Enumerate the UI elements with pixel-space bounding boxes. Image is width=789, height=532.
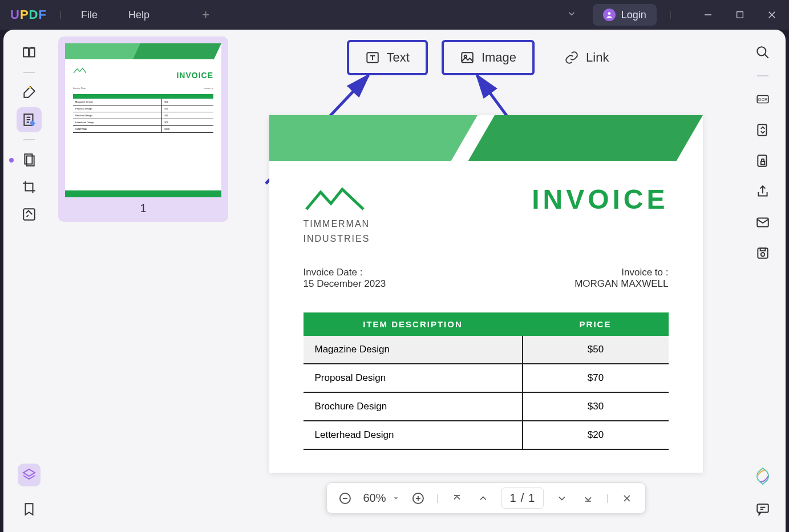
chevron-down-icon [391, 494, 399, 502]
company-name-line2: INDUSTRIES [304, 234, 370, 244]
search-icon [755, 45, 770, 60]
login-button[interactable]: Login [593, 4, 657, 26]
edit-image-button[interactable]: Image [442, 40, 535, 75]
edit-link-label: Link [586, 50, 609, 65]
divider: | [606, 493, 608, 503]
minimize-button[interactable] [701, 10, 715, 20]
thumbnail-panel: INVOICE Invoice DateInvoice to Magazine … [55, 30, 232, 532]
image-icon [460, 50, 475, 65]
save-button[interactable] [750, 241, 775, 266]
edit-tool[interactable] [17, 107, 42, 132]
new-tab-button[interactable]: + [202, 7, 209, 22]
zoom-in-button[interactable] [410, 490, 426, 506]
document-page[interactable]: TIMMERMAN INDUSTRIES INVOICE Invoice Dat… [269, 115, 703, 473]
svg-rect-28 [758, 124, 766, 136]
comment-icon [755, 502, 770, 517]
thumbnail-page-1[interactable]: INVOICE Invoice DateInvoice to Magazine … [58, 36, 228, 222]
edit-text-button[interactable]: Text [347, 40, 428, 75]
company-name-line1: TIMMERMAN [304, 219, 370, 229]
invoice-table: ITEM DESCRIPTION PRICE Magazine Design$5… [304, 312, 669, 450]
maximize-button[interactable] [733, 10, 747, 20]
doc-header-banner [269, 115, 703, 161]
svg-point-24 [757, 47, 766, 55]
app-logo: UPDF [10, 7, 47, 22]
tab-dropdown-icon[interactable] [567, 9, 577, 22]
ocr-icon: OCR [755, 92, 770, 107]
mail-icon [755, 215, 770, 230]
close-zoombar-button[interactable] [619, 490, 635, 506]
zoom-value-label: 60% [363, 492, 386, 505]
edit-link-button[interactable]: Link [548, 40, 625, 75]
svg-rect-34 [760, 248, 766, 250]
link-icon [564, 50, 579, 65]
divider: | [436, 493, 438, 503]
header-description: ITEM DESCRIPTION [304, 312, 523, 336]
save-icon [755, 246, 770, 261]
lock-icon [755, 153, 770, 168]
next-page-button[interactable] [553, 490, 569, 506]
svg-rect-11 [462, 52, 473, 62]
close-button[interactable] [765, 10, 779, 20]
share-icon [755, 184, 770, 199]
titlebar: UPDF | File Help + Login | [0, 0, 789, 30]
ocr-button[interactable]: OCR [750, 87, 775, 112]
right-toolbar: OCR [740, 30, 786, 532]
menu-help[interactable]: Help [122, 6, 156, 25]
svg-rect-2 [737, 12, 743, 18]
pages-tool[interactable] [17, 147, 42, 172]
canvas-area[interactable]: Text Image Link [232, 30, 740, 532]
svg-rect-30 [761, 161, 765, 164]
menu-file[interactable]: File [74, 6, 104, 25]
table-row: Magazine Design$50 [304, 336, 669, 364]
svg-rect-8 [23, 209, 35, 220]
invoice-to-label: Invoice to : [574, 267, 668, 278]
side-indicator-dot [9, 158, 14, 163]
text-icon [365, 50, 380, 65]
edit-image-label: Image [482, 50, 516, 65]
ai-assistant-button[interactable] [752, 466, 773, 486]
left-toolbar [3, 30, 55, 532]
svg-text:OCR: OCR [758, 97, 768, 102]
thumbnail-number: 1 [65, 202, 221, 215]
svg-point-33 [761, 253, 765, 257]
bookmark-button[interactable] [17, 497, 42, 522]
table-row: Brochure Design$30 [304, 392, 669, 421]
invoice-title: INVOICE [532, 184, 668, 215]
user-icon [603, 9, 616, 21]
redact-tool[interactable] [17, 202, 42, 227]
first-page-button[interactable] [449, 490, 465, 506]
svg-marker-9 [23, 469, 35, 476]
zoom-dropdown[interactable]: 60% [363, 492, 399, 505]
zoom-bar: 60% | 1 / 1 | [326, 482, 645, 514]
convert-button[interactable] [750, 117, 775, 143]
last-page-button[interactable] [580, 490, 596, 506]
comment-button[interactable] [750, 497, 775, 522]
share-button[interactable] [750, 179, 775, 204]
separator: | [669, 10, 671, 20]
reader-tool[interactable] [17, 40, 42, 65]
invoice-date-value: 15 December 2023 [304, 278, 386, 290]
separator: | [59, 10, 62, 20]
login-label: Login [621, 9, 646, 21]
header-price: PRICE [523, 312, 669, 336]
crop-tool[interactable] [17, 174, 42, 200]
prev-page-button[interactable] [475, 490, 491, 506]
svg-rect-35 [757, 504, 768, 512]
svg-point-0 [608, 12, 610, 15]
invoice-to-value: MORGAN MAXWELL [574, 278, 668, 290]
protect-button[interactable] [750, 148, 775, 173]
highlighter-tool[interactable] [17, 80, 42, 105]
invoice-date-label: Invoice Date : [304, 267, 386, 278]
convert-icon [755, 123, 770, 137]
email-button[interactable] [750, 210, 775, 235]
edit-toolbar: Text Image Link [347, 40, 625, 75]
svg-line-25 [764, 54, 768, 58]
ai-icon [752, 466, 773, 486]
table-row: Proposal Design$70 [304, 364, 669, 392]
edit-text-label: Text [387, 50, 410, 65]
zoom-out-button[interactable] [337, 490, 353, 506]
page-number-input[interactable]: 1 / 1 [501, 488, 544, 509]
layers-button[interactable] [18, 464, 41, 486]
search-button[interactable] [750, 40, 775, 65]
table-row: Letterhead Design$20 [304, 421, 669, 449]
